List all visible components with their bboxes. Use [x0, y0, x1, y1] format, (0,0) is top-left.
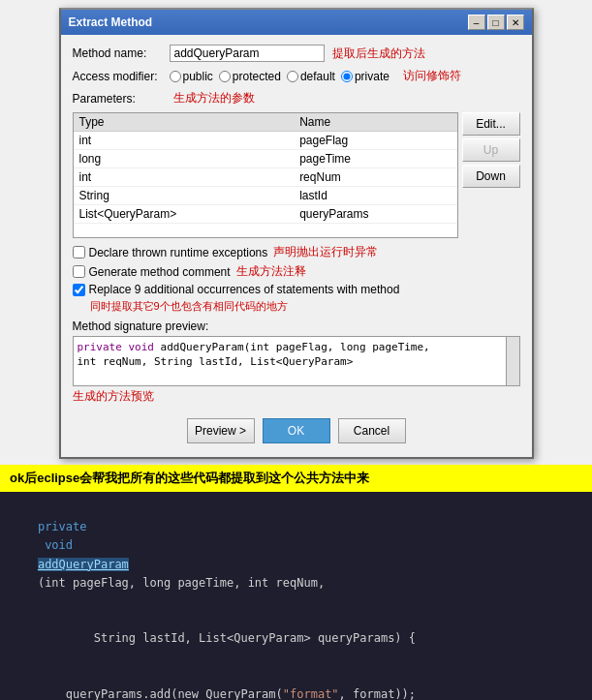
table-row: long pageTime	[74, 150, 457, 168]
radio-public[interactable]: public	[170, 70, 213, 83]
code-params-1: (int pageFlag, long pageTime, int reqNum…	[38, 576, 325, 590]
method-name-highlight: addQueryParam	[38, 558, 129, 571]
bottom-buttons: Preview > OK Cancel	[73, 412, 520, 447]
access-modifier-row: Access modifier: public protected defaul…	[73, 68, 520, 84]
checkbox-row-1: Declare thrown runtime exceptions 声明抛出运行…	[73, 244, 520, 260]
access-modifier-group: public protected default private 访问修饰符	[170, 68, 520, 84]
preview-scrollbar[interactable]	[506, 337, 519, 385]
radio-private-label: private	[355, 70, 389, 83]
param-type: String	[74, 187, 295, 205]
code-line-2: String lastId, List<QueryParam> queryPar…	[10, 611, 582, 667]
method-name-label: Method name:	[73, 46, 170, 60]
code-body-1b: , format));	[339, 687, 416, 700]
radio-default[interactable]: default	[287, 70, 335, 83]
close-button[interactable]: ✕	[507, 15, 524, 30]
method-name-input[interactable]	[170, 45, 325, 62]
str-format: "format"	[283, 687, 339, 700]
method-name-row: Method name: 提取后生成的方法	[73, 45, 520, 62]
checkbox3-annotation: 同时提取其它9个也包含有相同代码的地方	[90, 300, 288, 312]
table-row: String lastId	[74, 187, 457, 205]
col-name: Name	[294, 113, 456, 132]
title-bar: Extract Method – □ ✕	[61, 10, 532, 35]
params-table-wrapper[interactable]: Type Name int pageFlag long pageTi	[73, 112, 458, 238]
param-name: queryParams	[294, 205, 456, 224]
radio-protected-input[interactable]	[219, 71, 231, 82]
parameters-label-row: Parameters: 生成方法的参数	[73, 90, 520, 107]
params-buttons: Edit... Up Down	[462, 112, 520, 238]
preview-section: Method signature preview: private void a…	[73, 320, 520, 405]
checkbox2-annotation: 生成方法注释	[236, 263, 306, 280]
param-type: int	[74, 132, 295, 150]
down-button[interactable]: Down	[462, 165, 520, 188]
radio-protected-label: protected	[233, 70, 281, 83]
ok-button[interactable]: OK	[263, 418, 330, 443]
dialog-body: Method name: 提取后生成的方法 Access modifier: p…	[61, 35, 532, 457]
table-row: int reqNum	[74, 168, 457, 187]
code-section: private void addQueryParam (int pageFlag…	[0, 492, 592, 700]
checkbox1-annotation: 声明抛出运行时异常	[273, 244, 378, 260]
preview-wrapper: private void addQueryParam(int pageFlag,…	[73, 336, 520, 386]
dialog-title: Extract Method	[69, 15, 153, 29]
param-name: reqNum	[294, 168, 456, 187]
code-line-3: queryParams.add(new QueryParam("format",…	[10, 667, 582, 700]
annotation-bar: ok后eclipse会帮我把所有的这些代码都提取到这个公共方法中来	[0, 465, 592, 492]
checkbox1-label: Declare thrown runtime exceptions	[89, 246, 268, 259]
method-name-annotation: 提取后生成的方法	[332, 46, 425, 62]
preview-text: private void addQueryParam(int pageFlag,…	[78, 340, 515, 370]
table-row: int pageFlag	[74, 132, 457, 150]
radio-public-input[interactable]	[170, 71, 181, 82]
col-type: Type	[74, 113, 295, 132]
parameters-section: Parameters: 生成方法的参数 Type Name	[73, 90, 520, 238]
checkbox3-annotation-container: 同时提取其它9个也包含有相同代码的地方	[90, 299, 520, 314]
access-modifier-annotation: 访问修饰符	[403, 68, 461, 84]
param-name: pageTime	[294, 150, 456, 168]
preview-label: Method signature preview:	[73, 320, 520, 333]
param-name: lastId	[294, 187, 456, 205]
table-row: List<QueryParam> queryParams	[74, 205, 457, 224]
params-table: Type Name int pageFlag long pageTi	[74, 113, 457, 224]
checkbox-row-2: Generate method comment 生成方法注释	[73, 263, 520, 280]
maximize-button[interactable]: □	[487, 15, 505, 30]
parameters-label: Parameters:	[73, 92, 170, 106]
code-line-1: private void addQueryParam (int pageFlag…	[10, 500, 582, 611]
radio-protected[interactable]: protected	[219, 70, 281, 83]
parameters-annotation: 生成方法的参数	[173, 90, 255, 107]
checkbox2-label: Generate method comment	[89, 265, 231, 279]
param-type: long	[74, 150, 295, 168]
param-type: List<QueryParam>	[74, 205, 295, 224]
checkbox3-label: Replace 9 additional occurrences of stat…	[89, 283, 400, 296]
params-container: Type Name int pageFlag long pageTi	[73, 112, 520, 238]
up-button[interactable]: Up	[462, 138, 520, 162]
code-params-2: String lastId, List<QueryParam> queryPar…	[38, 631, 416, 645]
param-type: int	[74, 168, 295, 187]
extract-method-dialog: Extract Method – □ ✕ Method name: 提取后生成的…	[59, 8, 534, 459]
radio-private-input[interactable]	[341, 71, 353, 82]
edit-button[interactable]: Edit...	[462, 112, 520, 136]
radio-default-label: default	[300, 70, 335, 83]
kw-private: private	[38, 520, 87, 533]
title-controls: – □ ✕	[468, 15, 524, 30]
checkbox-method-comment[interactable]	[73, 265, 85, 278]
checkbox-row-3: Replace 9 additional occurrences of stat…	[73, 283, 520, 296]
kw-void: void	[38, 538, 79, 552]
checkbox-replace-occurrences[interactable]	[73, 284, 85, 296]
preview-box: private void addQueryParam(int pageFlag,…	[73, 336, 520, 386]
radio-private[interactable]: private	[341, 70, 389, 83]
checkbox-section: Declare thrown runtime exceptions 声明抛出运行…	[73, 244, 520, 314]
radio-default-input[interactable]	[287, 71, 298, 82]
checkbox-runtime-exceptions[interactable]	[73, 246, 85, 259]
preview-annotation: 生成的方法预览	[73, 388, 520, 405]
param-name: pageFlag	[294, 132, 456, 150]
preview-button[interactable]: Preview >	[187, 418, 255, 443]
code-body-1a: queryParams.add(new QueryParam(	[38, 687, 283, 700]
radio-public-label: public	[183, 70, 213, 83]
access-modifier-label: Access modifier:	[73, 70, 170, 83]
cancel-button[interactable]: Cancel	[338, 418, 406, 443]
minimize-button[interactable]: –	[468, 15, 485, 30]
annotation-text: ok后eclipse会帮我把所有的这些代码都提取到这个公共方法中来	[10, 471, 369, 485]
